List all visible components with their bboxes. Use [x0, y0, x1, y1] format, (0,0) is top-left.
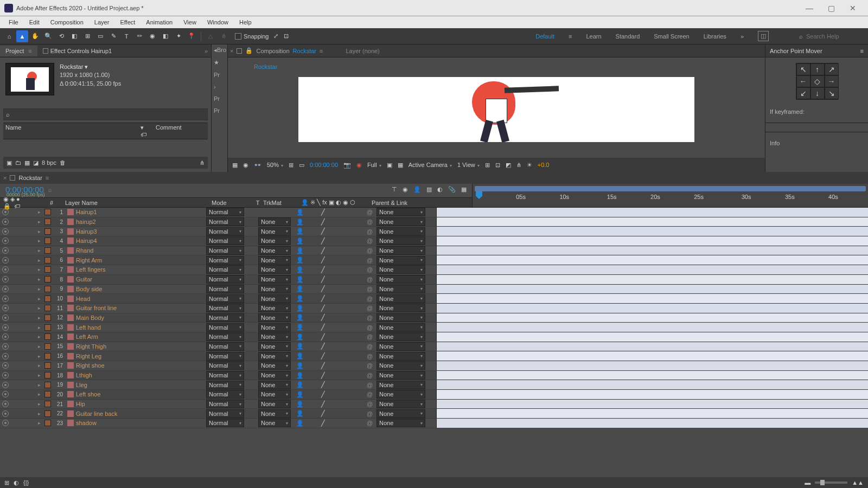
- anchor-tl[interactable]: ↖: [796, 63, 810, 75]
- layer-row[interactable]: ▸ 12 Main Body Normal▾ None▾ 👤╱ @ None▾: [0, 313, 868, 323]
- visibility-toggle[interactable]: [2, 410, 9, 417]
- layer-row[interactable]: ▸ 4 Hairup4 Normal▾ None▾ 👤╱ @ None▾: [0, 236, 868, 246]
- twirl-icon[interactable]: ▸: [38, 373, 44, 378]
- bro-item[interactable]: Pr: [214, 72, 225, 78]
- blend-mode-dropdown[interactable]: Normal▾: [206, 246, 244, 255]
- pickwhip-icon[interactable]: @: [367, 219, 376, 225]
- blend-mode-dropdown[interactable]: Normal▾: [206, 208, 244, 216]
- shy-switch[interactable]: 👤: [296, 228, 304, 235]
- selection-tool[interactable]: ▲: [16, 30, 28, 42]
- bro-item[interactable]: Pr: [214, 107, 225, 114]
- layer-bar[interactable]: [436, 227, 868, 236]
- pickwhip-icon[interactable]: @: [367, 382, 376, 388]
- visibility-toggle[interactable]: [2, 257, 9, 264]
- blend-mode-dropdown[interactable]: Normal▾: [206, 371, 244, 380]
- layer-name[interactable]: Main Body: [76, 314, 206, 321]
- label-color[interactable]: [44, 391, 51, 397]
- blend-mode-dropdown[interactable]: Normal▾: [206, 390, 244, 399]
- anchor-c[interactable]: ◇: [810, 75, 825, 87]
- adj-icon[interactable]: ◪: [33, 159, 39, 166]
- layer-name[interactable]: Hairup1: [76, 209, 206, 215]
- snap-opt-icon[interactable]: ⤢: [273, 33, 278, 40]
- pickwhip-icon[interactable]: @: [367, 324, 376, 331]
- pickwhip-icon[interactable]: @: [367, 343, 376, 350]
- twirl-icon[interactable]: ▸: [38, 286, 44, 292]
- trkmat-dropdown[interactable]: None▾: [258, 342, 291, 351]
- pickwhip-icon[interactable]: @: [367, 209, 376, 215]
- menu-edit[interactable]: Edit: [24, 18, 45, 27]
- bro-item[interactable]: ›: [214, 84, 225, 90]
- layer-name[interactable]: Left shoe: [76, 391, 206, 397]
- pickwhip-icon[interactable]: @: [367, 247, 376, 254]
- workspace-learn[interactable]: Learn: [586, 33, 601, 40]
- layer-name[interactable]: Left fingers: [76, 266, 206, 273]
- channel-icon[interactable]: ◉: [356, 162, 362, 169]
- twirl-icon[interactable]: ▸: [38, 382, 44, 388]
- twirl-icon[interactable]: ▸: [38, 354, 44, 359]
- label-color[interactable]: [44, 314, 51, 321]
- toggle-modes-icon[interactable]: ◐: [14, 479, 19, 486]
- parent-dropdown[interactable]: None▾: [376, 208, 425, 216]
- eraser-tool[interactable]: ◧: [159, 30, 171, 42]
- blend-mode-dropdown[interactable]: Normal▾: [206, 285, 244, 293]
- layer-row[interactable]: ▸ 14 Left Arm Normal▾ None▾ 👤╱ @ None▾: [0, 332, 868, 342]
- label-color[interactable]: [44, 237, 51, 244]
- pickwhip-icon[interactable]: @: [367, 362, 376, 369]
- layer-name[interactable]: Hip: [76, 401, 206, 407]
- blend-mode-dropdown[interactable]: Normal▾: [206, 265, 244, 274]
- layer-bar[interactable]: [436, 351, 868, 361]
- layer-row[interactable]: ▸ 8 Guitar Normal▾ None▾ 👤╱ @ None▾: [0, 275, 868, 285]
- workspace-box-icon[interactable]: ◫: [758, 31, 769, 41]
- anchor-tr[interactable]: ↗: [825, 63, 839, 75]
- shy-switch[interactable]: 👤: [296, 305, 304, 312]
- parent-dropdown[interactable]: None▾: [376, 313, 425, 322]
- shy-switch[interactable]: 👤: [296, 362, 304, 369]
- project-search[interactable]: ⌕: [3, 108, 208, 120]
- visibility-toggle[interactable]: [2, 286, 9, 292]
- label-color[interactable]: [44, 257, 51, 264]
- workspace-menu-icon[interactable]: ≡: [569, 33, 572, 40]
- menu-file[interactable]: File: [3, 18, 24, 27]
- layer-bar[interactable]: [436, 371, 868, 380]
- collapse-switch[interactable]: ╱: [321, 391, 325, 398]
- comp-canvas[interactable]: [298, 77, 694, 142]
- toggle-in-out-icon[interactable]: {|}: [23, 479, 29, 486]
- trkmat-dropdown[interactable]: None▾: [258, 236, 291, 245]
- parent-dropdown[interactable]: None▾: [376, 217, 425, 226]
- roto-tool[interactable]: ✦: [173, 30, 184, 42]
- effect-controls-tab[interactable]: Effect Controls Hairup1: [37, 46, 118, 56]
- zoom-slider[interactable]: [815, 481, 847, 484]
- transparency-icon[interactable]: ▦: [398, 162, 403, 169]
- tab-menu-icon[interactable]: ≡: [320, 48, 323, 54]
- trkmat-dropdown[interactable]: None▾: [258, 400, 291, 408]
- shy-switch[interactable]: 👤: [296, 295, 304, 302]
- flow-icon[interactable]: ⋔: [200, 159, 205, 166]
- help-search[interactable]: ⌕: [799, 33, 860, 40]
- menu-effect[interactable]: Effect: [114, 18, 141, 27]
- blend-mode-dropdown[interactable]: Normal▾: [206, 304, 244, 312]
- label-color[interactable]: [44, 305, 51, 311]
- trkmat-dropdown[interactable]: None▾: [258, 381, 291, 389]
- layer-row[interactable]: ▸ 20 Left shoe Normal▾ None▾ 👤╱ @ None▾: [0, 390, 868, 400]
- interpret-icon[interactable]: ▣: [7, 159, 12, 166]
- visibility-toggle[interactable]: [2, 219, 9, 225]
- visibility-toggle[interactable]: [2, 228, 9, 235]
- trkmat-dropdown[interactable]: None▾: [258, 390, 291, 399]
- trash-icon[interactable]: 🗑: [60, 159, 66, 166]
- visibility-toggle[interactable]: [2, 382, 9, 388]
- shy-switch[interactable]: 👤: [296, 410, 304, 417]
- trkmat-dropdown[interactable]: None▾: [258, 256, 291, 265]
- trkmat-dropdown[interactable]: None▾: [258, 409, 291, 418]
- collapse-switch[interactable]: ╱: [321, 324, 325, 331]
- collapse-switch[interactable]: ╱: [321, 285, 325, 292]
- layer-row[interactable]: ▸ 22 Guitar line back Normal▾ None▾ 👤╱ @…: [0, 409, 868, 419]
- visibility-toggle[interactable]: [2, 372, 9, 378]
- layer-bar[interactable]: [436, 390, 868, 399]
- mesh-icon[interactable]: △: [205, 30, 216, 42]
- rectangle-tool[interactable]: ▭: [94, 30, 106, 42]
- label-color[interactable]: [44, 333, 51, 340]
- layer-bar[interactable]: [436, 380, 868, 389]
- shy-switch[interactable]: 👤: [296, 266, 304, 273]
- label-color[interactable]: [44, 209, 51, 215]
- bone-icon[interactable]: ⋔: [218, 30, 229, 42]
